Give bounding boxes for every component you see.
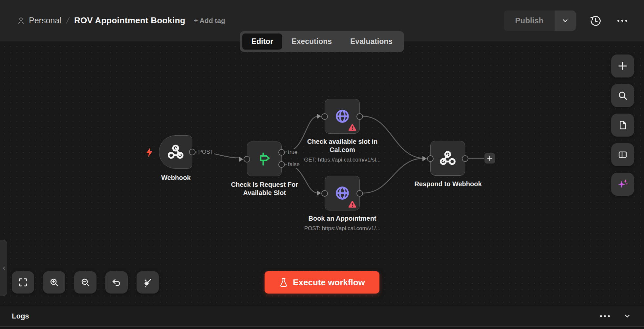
input-arrow-icon bbox=[422, 156, 427, 161]
node-check-available-slot[interactable]: Check available slot in Cal.com GET: htt… bbox=[325, 99, 360, 134]
breadcrumb-project[interactable]: Personal bbox=[17, 16, 61, 25]
header-actions: Publish bbox=[504, 11, 630, 31]
chevron-down-icon bbox=[561, 16, 569, 25]
warning-icon bbox=[348, 124, 356, 131]
publish-button[interactable]: Publish bbox=[504, 11, 555, 31]
execute-workflow-button[interactable]: Execute workflow bbox=[265, 271, 379, 294]
left-drawer-handle[interactable]: ‹ bbox=[0, 240, 7, 296]
sticky-note-button[interactable] bbox=[611, 114, 634, 137]
node-book-appointment[interactable]: Book an Appointment POST: https://api.ca… bbox=[325, 176, 360, 210]
undo-icon bbox=[111, 277, 122, 288]
check-slot-output-port[interactable] bbox=[356, 113, 363, 120]
webhook-icon bbox=[159, 136, 192, 168]
layout-panel-icon bbox=[617, 149, 628, 160]
respond-input-port[interactable] bbox=[427, 155, 434, 162]
note-icon bbox=[617, 120, 628, 130]
execute-workflow-label: Execute workflow bbox=[293, 277, 365, 288]
history-icon bbox=[590, 15, 601, 27]
workflow-canvas[interactable]: POST Webhook true false Check Is Request… bbox=[0, 41, 644, 306]
if-input-port[interactable] bbox=[244, 156, 250, 163]
split-panel-button[interactable] bbox=[611, 143, 634, 166]
node-respond-to-webhook[interactable]: Respond to Webhook bbox=[430, 141, 465, 176]
add-node-button[interactable] bbox=[611, 55, 634, 77]
if-true-port[interactable] bbox=[278, 149, 285, 156]
warning-icon bbox=[348, 201, 356, 208]
input-arrow-icon bbox=[317, 114, 321, 119]
flask-icon bbox=[279, 277, 288, 287]
chevron-left-icon: ‹ bbox=[3, 264, 5, 272]
search-icon bbox=[617, 90, 628, 101]
user-icon bbox=[17, 17, 25, 25]
breadcrumb-project-label: Personal bbox=[29, 16, 61, 25]
trigger-bolt-icon bbox=[145, 147, 154, 158]
input-arrow-icon bbox=[317, 190, 321, 196]
node-label: Check Is Request For Available Slot bbox=[220, 181, 309, 197]
logs-panel-header[interactable]: Logs bbox=[0, 306, 644, 327]
webhook-output-port[interactable] bbox=[189, 149, 196, 155]
add-node-endpoint-button[interactable] bbox=[484, 153, 495, 164]
node-webhook[interactable]: POST Webhook bbox=[159, 135, 192, 169]
webhook-output-label: POST bbox=[197, 149, 214, 155]
breadcrumb: Personal / ROV Appointment Booking + Add… bbox=[17, 15, 225, 26]
canvas-zoom-controls bbox=[12, 271, 159, 294]
node-subtitle: GET: https://api.cal.com/v1/sl... bbox=[300, 156, 385, 163]
if-true-label: true bbox=[287, 149, 298, 156]
chevron-down-icon bbox=[623, 312, 632, 320]
respond-webhook-icon bbox=[431, 141, 465, 175]
if-false-port[interactable] bbox=[278, 161, 285, 168]
check-slot-input-port[interactable] bbox=[321, 113, 328, 120]
logs-menu-button[interactable] bbox=[599, 311, 611, 322]
undo-button[interactable] bbox=[105, 271, 128, 294]
logs-collapse-button[interactable] bbox=[622, 311, 633, 322]
ai-sparkle-icon bbox=[616, 178, 629, 190]
logs-title: Logs bbox=[12, 312, 29, 320]
fit-view-button[interactable] bbox=[12, 271, 34, 294]
zoom-out-icon bbox=[80, 277, 91, 288]
zoom-out-button[interactable] bbox=[74, 271, 97, 294]
fit-view-icon bbox=[18, 277, 28, 287]
ellipsis-icon bbox=[617, 20, 627, 22]
zoom-in-button[interactable] bbox=[43, 271, 65, 294]
ellipsis-icon bbox=[600, 315, 610, 317]
view-tabbar: Editor Executions Evaluations bbox=[240, 31, 404, 52]
plus-icon bbox=[617, 61, 628, 71]
search-button[interactable] bbox=[611, 84, 634, 107]
book-output-port[interactable] bbox=[356, 190, 363, 197]
if-false-label: false bbox=[287, 161, 301, 168]
book-input-port[interactable] bbox=[321, 190, 328, 197]
workflow-history-button[interactable] bbox=[588, 13, 603, 28]
zoom-in-icon bbox=[49, 277, 59, 288]
if-signpost-icon bbox=[247, 142, 281, 176]
publish-button-group: Publish bbox=[504, 11, 576, 31]
node-subtitle: POST: https://api.cal.com/v1/... bbox=[300, 225, 385, 232]
n8n-workflow-editor: Personal / ROV Appointment Booking + Add… bbox=[0, 0, 644, 329]
logs-actions bbox=[599, 311, 633, 322]
respond-output-port[interactable] bbox=[462, 155, 468, 162]
node-label: Check available slot in Cal.com GET: htt… bbox=[300, 138, 385, 163]
tab-evaluations[interactable]: Evaluations bbox=[341, 33, 402, 50]
node-check-is-request[interactable]: true false Check Is Request For Availabl… bbox=[247, 142, 282, 176]
connection-edges bbox=[0, 41, 644, 306]
node-label: Respond to Webhook bbox=[405, 180, 491, 188]
add-tag-button[interactable]: + Add tag bbox=[194, 17, 225, 25]
tab-editor[interactable]: Editor bbox=[242, 33, 282, 50]
tidy-up-button[interactable] bbox=[137, 271, 159, 294]
plus-icon bbox=[486, 155, 493, 162]
tab-executions[interactable]: Executions bbox=[282, 33, 341, 50]
ai-assistant-button[interactable] bbox=[611, 173, 634, 196]
canvas-right-toolbar bbox=[611, 55, 634, 196]
workflow-menu-button[interactable] bbox=[615, 13, 630, 28]
publish-options-button[interactable] bbox=[555, 11, 576, 31]
node-label: Book an Appointment POST: https://api.ca… bbox=[300, 214, 385, 232]
input-arrow-icon bbox=[239, 157, 243, 162]
breadcrumb-separator: / bbox=[65, 15, 70, 26]
workflow-title[interactable]: ROV Appointment Booking bbox=[74, 15, 185, 26]
node-label: Webhook bbox=[133, 174, 219, 182]
tidy-up-broom-icon bbox=[142, 277, 153, 288]
